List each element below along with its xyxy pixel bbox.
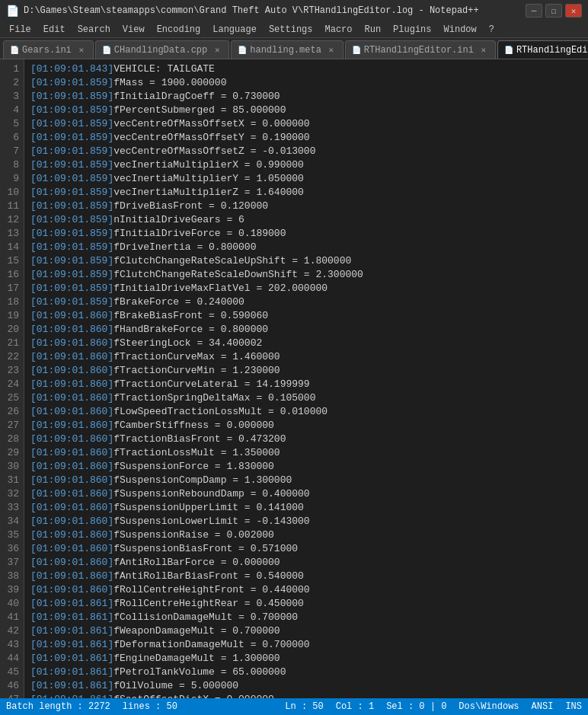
menu-item-plugins[interactable]: Plugins xyxy=(387,23,437,37)
tab-close-rthandling-ini[interactable]: ✕ xyxy=(478,45,489,56)
line-number-17: 17 xyxy=(5,282,19,295)
line-number-7: 7 xyxy=(5,145,19,158)
menu-item-run[interactable]: Run xyxy=(359,23,388,37)
tab-gears-ini[interactable]: 📄Gears.ini✕ xyxy=(3,40,94,59)
mode-indicator: INS xyxy=(565,701,582,712)
timestamp-36: [01:09:01.860] xyxy=(30,542,113,556)
line-content-39: fRollCentreHeightFront = 0.440000 xyxy=(113,583,309,597)
tab-close-chandling-cpp[interactable]: ✕ xyxy=(212,45,222,56)
menu-bar: FileEditSearchViewEncodingLanguageSettin… xyxy=(0,21,588,38)
line-number-11: 11 xyxy=(5,199,19,213)
timestamp-19: [01:09:01.860] xyxy=(30,309,113,323)
menu-item-view[interactable]: View xyxy=(117,23,151,37)
code-line-23: [01:09:01.860] fTractionCurveMin = 1.230… xyxy=(30,364,588,378)
minimize-button[interactable]: — xyxy=(526,4,542,18)
title-text: D:\Games\Steam\steamapps\common\Grand Th… xyxy=(24,5,526,16)
line-number-36: 36 xyxy=(5,542,19,556)
line-content-29: fTractionLossMult = 1.350000 xyxy=(113,446,280,460)
line-number-31: 31 xyxy=(5,474,19,487)
code-line-26: [01:09:01.860] fLowSpeedTractionLossMult… xyxy=(30,405,588,419)
timestamp-7: [01:09:01.859] xyxy=(30,145,113,158)
line-number-34: 34 xyxy=(5,515,19,528)
timestamp-21: [01:09:01.860] xyxy=(30,337,113,350)
timestamp-16: [01:09:01.859] xyxy=(30,268,113,282)
line-content-8: vecInertiaMultiplierX = 0.990000 xyxy=(113,158,304,172)
line-content-18: fBrakeForce = 0.240000 xyxy=(113,295,244,309)
line-content-24: fTractionCurveLateral = 14.199999 xyxy=(113,378,309,391)
line-number-5: 5 xyxy=(5,117,19,131)
timestamp-44: [01:09:01.861] xyxy=(30,652,113,666)
code-line-4: [01:09:01.859] fPercentSubmerged = 85.00… xyxy=(30,104,588,117)
line-content-28: fTractionBiasFront = 0.473200 xyxy=(113,433,286,446)
line-content-46: fOilVolume = 5.000000 xyxy=(113,679,238,693)
status-bar: Batch length : 2272 lines : 50 Ln : 50 C… xyxy=(0,698,588,715)
timestamp-41: [01:09:01.861] xyxy=(30,611,113,624)
timestamp-13: [01:09:01.859] xyxy=(30,227,113,241)
code-line-33: [01:09:01.860] fSuspensionUpperLimit = 0… xyxy=(30,501,588,515)
code-line-42: [01:09:01.861] fWeaponDamageMult = 0.700… xyxy=(30,624,588,638)
code-line-40: [01:09:01.861] fRollCentreHeightRear = 0… xyxy=(30,597,588,611)
menu-item-window[interactable]: Window xyxy=(438,23,483,37)
line-number-20: 20 xyxy=(5,323,19,337)
code-line-18: [01:09:01.859] fBrakeForce = 0.240000 xyxy=(30,295,588,309)
code-line-27: [01:09:01.860] fCamberStiffness = 0.0000… xyxy=(30,419,588,433)
line-number-41: 41 xyxy=(5,611,19,624)
timestamp-18: [01:09:01.859] xyxy=(30,295,113,309)
app-icon: 📄 xyxy=(6,5,19,18)
tab-chandling-cpp[interactable]: 📄CHandlingData.cpp✕ xyxy=(95,40,229,59)
timestamp-5: [01:09:01.859] xyxy=(30,117,113,131)
timestamp-27: [01:09:01.860] xyxy=(30,419,113,433)
menu-item-?[interactable]: ? xyxy=(483,23,500,37)
line-number-16: 16 xyxy=(5,268,19,282)
line-content-38: fAntiRollBarBiasFront = 0.540000 xyxy=(113,570,304,583)
close-button[interactable]: ✕ xyxy=(565,4,582,18)
maximize-button[interactable]: ☐ xyxy=(545,4,562,18)
timestamp-14: [01:09:01.859] xyxy=(30,241,113,254)
code-line-25: [01:09:01.860] fTractionSpringDeltaMax =… xyxy=(30,391,588,405)
timestamp-3: [01:09:01.859] xyxy=(30,90,113,104)
tab-close-gears-ini[interactable]: ✕ xyxy=(76,45,87,56)
line-content-43: fDeformationDamageMult = 0.700000 xyxy=(113,638,309,652)
line-number-32: 32 xyxy=(5,487,19,501)
line-number-30: 30 xyxy=(5,460,19,474)
timestamp-20: [01:09:01.860] xyxy=(30,323,113,337)
code-line-37: [01:09:01.860] fAntiRollBarForce = 0.000… xyxy=(30,556,588,570)
code-line-38: [01:09:01.860] fAntiRollBarBiasFront = 0… xyxy=(30,570,588,583)
code-line-20: [01:09:01.860] fHandBrakeForce = 0.80000… xyxy=(30,323,588,337)
tab-handling-meta[interactable]: 📄handling.meta✕ xyxy=(231,40,344,59)
encoding-indicator: Dos\Windows xyxy=(459,701,519,712)
line-content-30: fSuspensionForce = 1.830000 xyxy=(113,460,274,474)
code-line-10: [01:09:01.859] vecInertiaMultiplierZ = 1… xyxy=(30,186,588,199)
line-number-19: 19 xyxy=(5,309,19,323)
timestamp-39: [01:09:01.860] xyxy=(30,583,113,597)
menu-item-macro[interactable]: Macro xyxy=(318,23,358,37)
code-line-13: [01:09:01.859] fInitialDriveForce = 0.18… xyxy=(30,227,588,241)
timestamp-26: [01:09:01.860] xyxy=(30,405,113,419)
code-area[interactable]: [01:09:01.843] VEHICLE: TAILGATE[01:09:0… xyxy=(24,59,588,698)
line-content-5: vecCentreOfMassOffsetX = 0.000000 xyxy=(113,117,309,131)
title-bar: 📄 D:\Games\Steam\steamapps\common\Grand … xyxy=(0,0,588,21)
menu-item-encoding[interactable]: Encoding xyxy=(151,23,207,37)
timestamp-30: [01:09:01.860] xyxy=(30,460,113,474)
code-line-17: [01:09:01.859] fInitialDriveMaxFlatVel =… xyxy=(30,282,588,295)
line-content-19: fBrakeBiasFront = 0.590060 xyxy=(113,309,268,323)
timestamp-46: [01:09:01.861] xyxy=(30,679,113,693)
line-content-40: fRollCentreHeightRear = 0.450000 xyxy=(113,597,304,611)
tab-rthandling-ini[interactable]: 📄RTHandlingEditor.ini✕ xyxy=(345,40,496,59)
timestamp-25: [01:09:01.860] xyxy=(30,391,113,405)
menu-item-settings[interactable]: Settings xyxy=(263,23,319,37)
tab-label-chandling-cpp: CHandlingData.cpp xyxy=(114,45,207,56)
code-line-29: [01:09:01.860] fTractionLossMult = 1.350… xyxy=(30,446,588,460)
timestamp-28: [01:09:01.860] xyxy=(30,433,113,446)
line-content-47: fSeatOffsetDistX = 0.000000 xyxy=(113,693,274,698)
line-content-35: fSuspensionRaise = 0.002000 xyxy=(113,528,274,542)
menu-item-search[interactable]: Search xyxy=(72,23,117,37)
tab-close-handling-meta[interactable]: ✕ xyxy=(326,45,337,56)
tab-rthandling-log[interactable]: 📄RTHandlingEditor.log✕ xyxy=(497,40,588,59)
menu-item-edit[interactable]: Edit xyxy=(37,23,72,37)
timestamp-10: [01:09:01.859] xyxy=(30,186,113,199)
code-line-45: [01:09:01.861] fPetrolTankVolume = 65.00… xyxy=(30,666,588,679)
menu-item-file[interactable]: File xyxy=(3,23,37,37)
line-number-22: 22 xyxy=(5,350,19,364)
menu-item-language[interactable]: Language xyxy=(206,23,263,37)
